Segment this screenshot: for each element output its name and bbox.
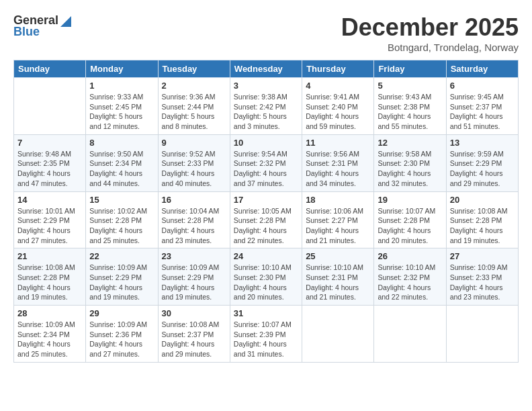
logo-blue-text: Blue <box>13 25 40 39</box>
calendar-cell: 24Sunrise: 10:10 AMSunset: 2:30 PMDaylig… <box>230 248 302 306</box>
day-info: Sunrise: 10:07 AMSunset: 2:39 PMDaylight… <box>234 320 298 359</box>
day-number: 18 <box>306 195 370 205</box>
day-number: 8 <box>89 138 154 148</box>
day-number: 28 <box>17 308 82 318</box>
day-info: Sunrise: 10:09 AMSunset: 2:34 PMDaylight… <box>17 320 82 359</box>
calendar-cell: 30Sunrise: 10:08 AMSunset: 2:37 PMDaylig… <box>158 306 230 363</box>
calendar-table: SundayMondayTuesdayWednesdayThursdayFrid… <box>13 60 519 363</box>
calendar-cell: 21Sunrise: 10:08 AMSunset: 2:28 PMDaylig… <box>14 248 86 306</box>
calendar-cell: 10Sunrise: 9:54 AMSunset: 2:32 PMDayligh… <box>230 134 302 191</box>
calendar-cell: 8Sunrise: 9:50 AMSunset: 2:34 PMDaylight… <box>86 134 158 191</box>
day-number: 16 <box>162 195 226 205</box>
day-number: 3 <box>234 81 298 91</box>
calendar-cell: 15Sunrise: 10:02 AMSunset: 2:28 PMDaylig… <box>86 191 158 248</box>
day-info: Sunrise: 10:08 AMSunset: 2:37 PMDaylight… <box>162 320 226 359</box>
calendar-cell: 23Sunrise: 10:09 AMSunset: 2:29 PMDaylig… <box>158 248 230 306</box>
page-header: General Blue December 2025 Botngard, Tro… <box>13 13 519 53</box>
calendar-cell: 22Sunrise: 10:09 AMSunset: 2:29 PMDaylig… <box>86 248 158 306</box>
day-of-week-header: Saturday <box>446 60 518 78</box>
calendar-week-row: 7Sunrise: 9:48 AMSunset: 2:35 PMDaylight… <box>14 134 519 191</box>
day-number: 22 <box>89 251 154 261</box>
title-block: December 2025 Botngard, Trondelag, Norwa… <box>341 13 519 53</box>
day-number: 25 <box>306 251 370 261</box>
day-number: 9 <box>162 138 226 148</box>
calendar-week-row: 14Sunrise: 10:01 AMSunset: 2:29 PMDaylig… <box>14 191 519 248</box>
calendar-cell: 14Sunrise: 10:01 AMSunset: 2:29 PMDaylig… <box>14 191 86 248</box>
day-number: 23 <box>162 251 226 261</box>
calendar-cell: 17Sunrise: 10:05 AMSunset: 2:28 PMDaylig… <box>230 191 302 248</box>
calendar-week-row: 28Sunrise: 10:09 AMSunset: 2:34 PMDaylig… <box>14 306 519 363</box>
calendar-cell: 19Sunrise: 10:07 AMSunset: 2:28 PMDaylig… <box>374 191 446 248</box>
subtitle: Botngard, Trondelag, Norway <box>341 42 519 53</box>
calendar-cell: 26Sunrise: 10:10 AMSunset: 2:32 PMDaylig… <box>374 248 446 306</box>
day-info: Sunrise: 9:52 AMSunset: 2:33 PMDaylight:… <box>162 149 226 189</box>
day-info: Sunrise: 9:41 AMSunset: 2:40 PMDaylight:… <box>306 92 370 132</box>
day-number: 14 <box>17 195 82 205</box>
calendar-cell: 7Sunrise: 9:48 AMSunset: 2:35 PMDaylight… <box>14 134 86 191</box>
day-number: 10 <box>234 138 298 148</box>
logo-icon <box>59 15 71 27</box>
day-info: Sunrise: 10:10 AMSunset: 2:32 PMDaylight… <box>378 263 442 302</box>
day-number: 29 <box>89 308 154 318</box>
day-info: Sunrise: 10:09 AMSunset: 2:36 PMDaylight… <box>89 320 154 359</box>
calendar-cell: 25Sunrise: 10:10 AMSunset: 2:31 PMDaylig… <box>302 248 374 306</box>
day-info: Sunrise: 10:07 AMSunset: 2:28 PMDaylight… <box>378 206 442 246</box>
day-info: Sunrise: 10:10 AMSunset: 2:30 PMDaylight… <box>234 263 298 302</box>
day-info: Sunrise: 9:43 AMSunset: 2:38 PMDaylight:… <box>378 92 442 132</box>
day-of-week-header: Sunday <box>14 60 86 78</box>
calendar-header-row: SundayMondayTuesdayWednesdayThursdayFrid… <box>14 60 519 78</box>
day-number: 15 <box>89 195 154 205</box>
day-info: Sunrise: 9:58 AMSunset: 2:30 PMDaylight:… <box>378 149 442 189</box>
day-number: 19 <box>378 195 442 205</box>
calendar-cell: 31Sunrise: 10:07 AMSunset: 2:39 PMDaylig… <box>230 306 302 363</box>
day-info: Sunrise: 10:09 AMSunset: 2:29 PMDaylight… <box>162 263 226 302</box>
logo: General Blue <box>13 13 71 39</box>
calendar-cell: 3Sunrise: 9:38 AMSunset: 2:42 PMDaylight… <box>230 78 302 135</box>
day-info: Sunrise: 10:08 AMSunset: 2:28 PMDaylight… <box>17 263 82 302</box>
day-number: 4 <box>306 81 370 91</box>
calendar-cell: 29Sunrise: 10:09 AMSunset: 2:36 PMDaylig… <box>86 306 158 363</box>
svg-marker-0 <box>60 16 71 27</box>
calendar-cell <box>374 306 446 363</box>
day-info: Sunrise: 9:59 AMSunset: 2:29 PMDaylight:… <box>450 149 515 189</box>
calendar-week-row: 21Sunrise: 10:08 AMSunset: 2:28 PMDaylig… <box>14 248 519 306</box>
day-number: 13 <box>450 138 515 148</box>
calendar-cell: 9Sunrise: 9:52 AMSunset: 2:33 PMDaylight… <box>158 134 230 191</box>
calendar-cell: 18Sunrise: 10:06 AMSunset: 2:27 PMDaylig… <box>302 191 374 248</box>
calendar-cell: 4Sunrise: 9:41 AMSunset: 2:40 PMDaylight… <box>302 78 374 135</box>
day-number: 30 <box>162 308 226 318</box>
day-number: 11 <box>306 138 370 148</box>
day-info: Sunrise: 10:04 AMSunset: 2:28 PMDaylight… <box>162 206 226 246</box>
calendar-cell: 27Sunrise: 10:09 AMSunset: 2:33 PMDaylig… <box>446 248 518 306</box>
calendar-cell: 6Sunrise: 9:45 AMSunset: 2:37 PMDaylight… <box>446 78 518 135</box>
day-info: Sunrise: 9:56 AMSunset: 2:31 PMDaylight:… <box>306 149 370 189</box>
day-info: Sunrise: 10:08 AMSunset: 2:28 PMDaylight… <box>450 206 515 246</box>
calendar-cell: 12Sunrise: 9:58 AMSunset: 2:30 PMDayligh… <box>374 134 446 191</box>
day-info: Sunrise: 10:05 AMSunset: 2:28 PMDaylight… <box>234 206 298 246</box>
day-of-week-header: Wednesday <box>230 60 302 78</box>
day-of-week-header: Thursday <box>302 60 374 78</box>
calendar-cell <box>14 78 86 135</box>
calendar-cell: 11Sunrise: 9:56 AMSunset: 2:31 PMDayligh… <box>302 134 374 191</box>
day-info: Sunrise: 9:50 AMSunset: 2:34 PMDaylight:… <box>89 149 154 189</box>
day-number: 26 <box>378 251 442 261</box>
calendar-cell <box>302 306 374 363</box>
day-info: Sunrise: 9:33 AMSunset: 2:45 PMDaylight:… <box>89 92 154 132</box>
day-info: Sunrise: 9:48 AMSunset: 2:35 PMDaylight:… <box>17 149 82 189</box>
day-info: Sunrise: 9:54 AMSunset: 2:32 PMDaylight:… <box>234 149 298 189</box>
day-of-week-header: Friday <box>374 60 446 78</box>
calendar-cell: 13Sunrise: 9:59 AMSunset: 2:29 PMDayligh… <box>446 134 518 191</box>
day-info: Sunrise: 9:45 AMSunset: 2:37 PMDaylight:… <box>450 92 515 132</box>
calendar-cell <box>446 306 518 363</box>
day-info: Sunrise: 10:10 AMSunset: 2:31 PMDaylight… <box>306 263 370 302</box>
day-of-week-header: Monday <box>86 60 158 78</box>
calendar-cell: 2Sunrise: 9:36 AMSunset: 2:44 PMDaylight… <box>158 78 230 135</box>
day-number: 27 <box>450 251 515 261</box>
day-info: Sunrise: 10:02 AMSunset: 2:28 PMDaylight… <box>89 206 154 246</box>
calendar-cell: 16Sunrise: 10:04 AMSunset: 2:28 PMDaylig… <box>158 191 230 248</box>
calendar-cell: 5Sunrise: 9:43 AMSunset: 2:38 PMDaylight… <box>374 78 446 135</box>
day-info: Sunrise: 10:06 AMSunset: 2:27 PMDaylight… <box>306 206 370 246</box>
day-number: 21 <box>17 251 82 261</box>
calendar-cell: 28Sunrise: 10:09 AMSunset: 2:34 PMDaylig… <box>14 306 86 363</box>
day-number: 1 <box>89 81 154 91</box>
